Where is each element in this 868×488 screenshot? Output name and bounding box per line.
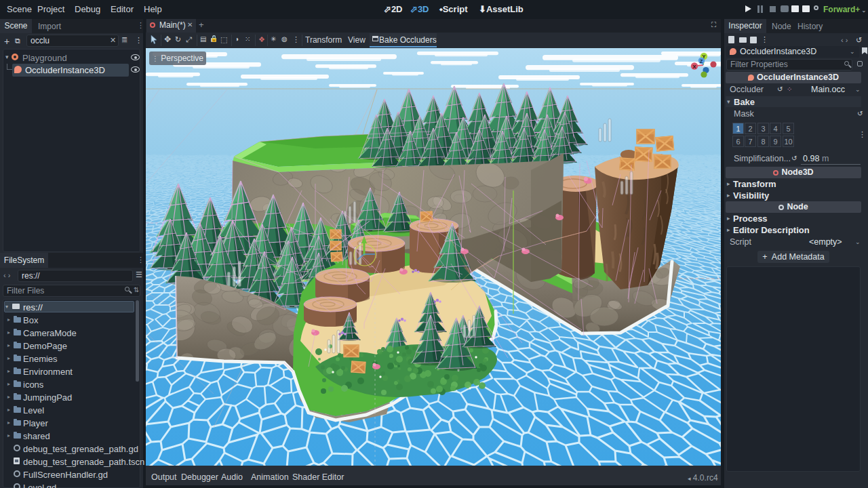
svg-text:Z: Z (700, 59, 703, 64)
svg-text:X: X (692, 64, 696, 70)
